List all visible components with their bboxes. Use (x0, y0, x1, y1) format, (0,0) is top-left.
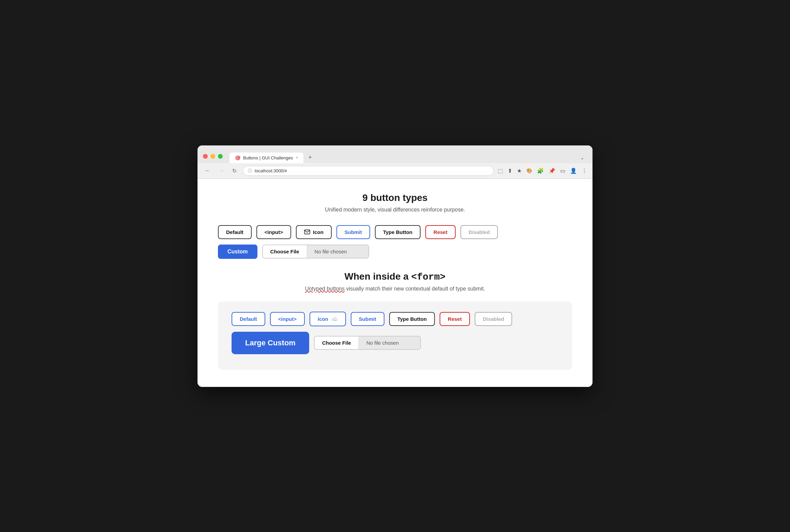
pin-icon[interactable]: 📌 (549, 168, 555, 174)
section2-subtitle: Untyped buttons visually match their new… (218, 286, 572, 292)
icon-button[interactable]: Icon (296, 225, 332, 239)
tab-label: Buttons | GUI Challenges (243, 155, 293, 160)
cloud-icon: ☁️ (331, 316, 338, 322)
form-default-button[interactable]: Default (232, 312, 265, 326)
new-tab-button[interactable]: + (303, 152, 317, 163)
page-content: 9 button types Unified modern style, vis… (198, 179, 592, 387)
minimize-traffic-light[interactable] (210, 154, 215, 159)
icon-button-label: Icon (313, 229, 323, 235)
address-bar: ← → ↻ ⓘ localhost:3000/# ⬚ ⬆ ★ 🎨 🧩 📌 ▭ 👤… (198, 163, 592, 179)
external-link-icon[interactable]: ⬚ (498, 168, 503, 174)
section2-row2: Large Custom Choose File No file chosen (232, 332, 558, 354)
profile-icon[interactable]: 👤 (570, 168, 577, 174)
tab-bar: 🎯 Buttons | GUI Challenges × + ⌄ (230, 152, 587, 163)
sidebar-icon[interactable]: ▭ (560, 168, 565, 174)
reload-button[interactable]: ↻ (230, 166, 239, 175)
share-icon[interactable]: ⬆ (508, 168, 512, 174)
subtitle-rest: visually match their new contextual defa… (345, 286, 485, 292)
browser-window: 🎯 Buttons | GUI Challenges × + ⌄ ← → ↻ ⓘ… (198, 145, 592, 387)
large-custom-button[interactable]: Large Custom (232, 332, 309, 354)
section1-title: 9 button types (218, 192, 572, 203)
section2-title: When inside a <form> (218, 271, 572, 282)
no-file-chosen-label: No file chosen (307, 245, 368, 258)
section1-row1: Default <input> Icon Submit Type Button … (218, 225, 572, 239)
section2-row1: Default <input> Icon ☁️ Submit Type Butt… (232, 312, 558, 326)
url-text: localhost:3000/# (255, 168, 287, 173)
form-box: Default <input> Icon ☁️ Submit Type Butt… (218, 301, 572, 370)
type-button[interactable]: Type Button (375, 225, 421, 239)
tab-close-button[interactable]: × (296, 155, 298, 160)
extension-icon[interactable]: 🧩 (537, 168, 544, 174)
form-submit-button[interactable]: Submit (351, 312, 384, 326)
maximize-traffic-light[interactable] (218, 154, 223, 159)
close-traffic-light[interactable] (203, 154, 208, 159)
section2-title-code: <form> (411, 272, 446, 282)
traffic-lights (203, 154, 223, 159)
forward-button[interactable]: → (217, 166, 226, 175)
form-reset-button[interactable]: Reset (440, 312, 470, 326)
default-button[interactable]: Default (218, 225, 252, 239)
color-icon[interactable]: 🎨 (526, 168, 532, 173)
bookmark-icon[interactable]: ★ (517, 168, 522, 174)
section1-row2: Custom Choose File No file chosen (218, 245, 572, 259)
toolbar-buttons: ⬚ ⬆ ★ 🎨 🧩 📌 ▭ 👤 ⋮ (498, 168, 587, 174)
form-choose-file-button[interactable]: Choose File (315, 337, 359, 349)
tab-icon: 🎯 (235, 155, 240, 160)
disabled-button: Disabled (460, 225, 498, 239)
title-bar: 🎯 Buttons | GUI Challenges × + ⌄ (198, 145, 592, 163)
form-type-button[interactable]: Type Button (389, 312, 435, 326)
more-options-button[interactable]: ⋮ (582, 168, 587, 174)
section2-title-prefix: When inside a (345, 271, 411, 282)
form-file-input-group: Choose File No file chosen (314, 336, 421, 350)
back-button[interactable]: ← (203, 166, 212, 175)
form-icon-button-label: Icon (318, 316, 328, 322)
tab-expand-button[interactable]: ⌄ (578, 152, 587, 163)
url-bar[interactable]: ⓘ localhost:3000/# (243, 166, 494, 176)
section1-subtitle: Unified modern style, visual differences… (218, 207, 572, 213)
active-tab[interactable]: 🎯 Buttons | GUI Challenges × (230, 153, 303, 163)
mail-icon (304, 230, 310, 234)
input-button[interactable]: <input> (256, 225, 291, 239)
choose-file-button[interactable]: Choose File (263, 245, 307, 258)
submit-button[interactable]: Submit (336, 225, 370, 239)
form-input-button[interactable]: <input> (270, 312, 305, 326)
reset-button[interactable]: Reset (425, 225, 456, 239)
form-no-file-chosen-label: No file chosen (359, 337, 420, 349)
form-icon-button[interactable]: Icon ☁️ (310, 312, 346, 326)
file-input-group: Choose File No file chosen (262, 245, 369, 259)
custom-button[interactable]: Custom (218, 245, 257, 259)
form-disabled-button: Disabled (475, 312, 512, 326)
secure-icon: ⓘ (248, 168, 252, 174)
subtitle-underline: Untyped buttons (305, 286, 345, 292)
